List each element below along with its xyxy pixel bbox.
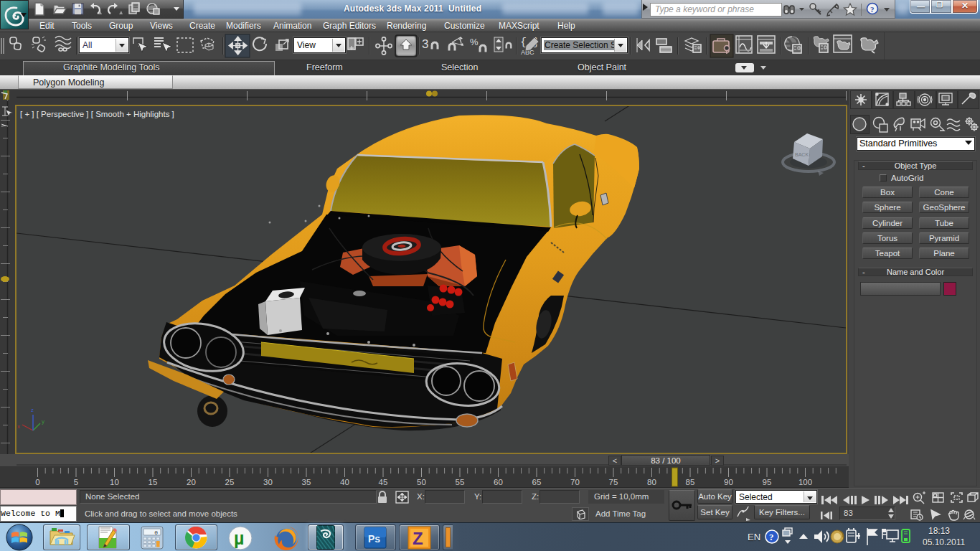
svg-text:10: 10: [110, 478, 119, 486]
svg-text:85: 85: [686, 478, 695, 486]
svg-text:15: 15: [149, 478, 158, 486]
svg-text:90: 90: [724, 478, 733, 486]
svg-text:%: %: [470, 37, 479, 47]
svg-text:75: 75: [609, 478, 618, 486]
svg-text:40: 40: [340, 478, 349, 486]
svg-text:BACK: BACK: [795, 152, 809, 157]
svg-text:95: 95: [763, 478, 772, 486]
svg-text:25: 25: [225, 478, 235, 486]
svg-text:65: 65: [532, 478, 542, 486]
svg-text:55: 55: [456, 478, 465, 486]
svg-text:µ: µ: [234, 528, 244, 548]
svg-text:35: 35: [302, 478, 311, 486]
svg-text:50: 50: [417, 478, 426, 486]
svg-text:60: 60: [494, 478, 503, 486]
svg-text:Ps: Ps: [368, 533, 380, 545]
svg-text:20: 20: [187, 478, 196, 486]
svg-text:z: z: [31, 407, 34, 413]
svg-text:3: 3: [422, 37, 428, 51]
svg-text:[ + ] [ Perspective ] [ Smooth: [ + ] [ Perspective ] [ Smooth + Highlig…: [20, 110, 174, 118]
svg-text:0: 0: [35, 478, 39, 486]
svg-text:5: 5: [74, 478, 78, 486]
svg-text:0: 0: [154, 529, 158, 536]
svg-text:45: 45: [379, 478, 388, 486]
svg-text:?: ?: [870, 5, 875, 14]
svg-text:30: 30: [263, 478, 273, 486]
svg-text:70: 70: [570, 478, 580, 486]
svg-text:Z: Z: [413, 529, 423, 548]
svg-text:x: x: [17, 423, 20, 430]
svg-text:100: 100: [798, 478, 812, 486]
svg-text:?: ?: [769, 532, 774, 542]
svg-text:80: 80: [647, 478, 656, 486]
svg-text:y: y: [42, 418, 44, 425]
